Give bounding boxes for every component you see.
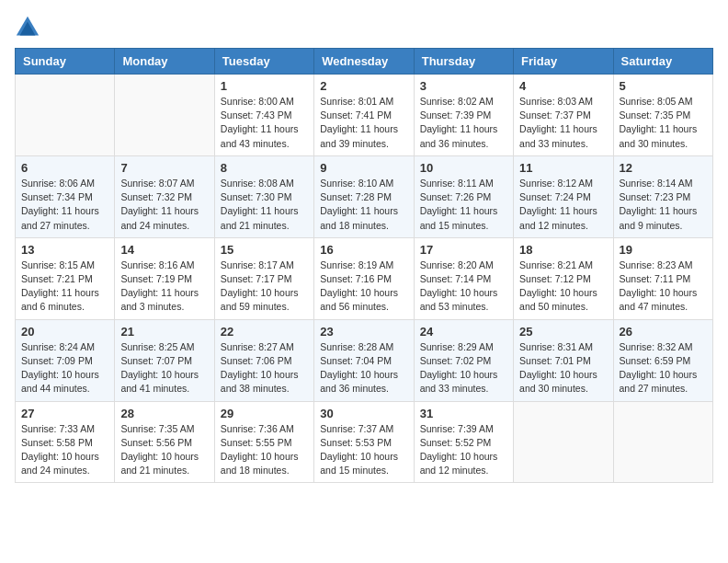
calendar-day-cell: 11Sunrise: 8:12 AMSunset: 7:24 PMDayligh… [514, 155, 613, 237]
calendar-day-cell: 14Sunrise: 8:16 AMSunset: 7:19 PMDayligh… [115, 237, 214, 319]
day-info: Sunrise: 8:07 AMSunset: 7:32 PMDaylight:… [120, 177, 208, 233]
day-info: Sunrise: 8:12 AMSunset: 7:24 PMDaylight:… [519, 177, 607, 233]
day-info: Sunrise: 8:00 AMSunset: 7:43 PMDaylight:… [221, 95, 308, 151]
calendar-day-cell: 28Sunrise: 7:35 AMSunset: 5:56 PMDayligh… [115, 401, 214, 483]
calendar-day-cell: 21Sunrise: 8:25 AMSunset: 7:07 PMDayligh… [115, 319, 214, 401]
calendar-day-cell: 2Sunrise: 8:01 AMSunset: 7:41 PMDaylight… [314, 75, 414, 156]
day-number: 29 [221, 407, 308, 420]
day-number: 2 [320, 79, 407, 93]
day-info: Sunrise: 8:21 AMSunset: 7:12 PMDaylight:… [519, 259, 607, 315]
day-number: 22 [221, 325, 308, 339]
calendar-day-cell [514, 401, 613, 483]
day-number: 8 [221, 161, 308, 175]
calendar-day-cell: 25Sunrise: 8:31 AMSunset: 7:01 PMDayligh… [514, 319, 613, 401]
calendar-day-cell: 24Sunrise: 8:29 AMSunset: 7:02 PMDayligh… [414, 319, 513, 401]
calendar-day-cell: 6Sunrise: 8:06 AMSunset: 7:34 PMDaylight… [16, 155, 115, 237]
day-number: 6 [21, 161, 108, 175]
day-number: 11 [519, 161, 607, 175]
day-number: 31 [420, 407, 507, 420]
day-info: Sunrise: 8:01 AMSunset: 7:41 PMDaylight:… [320, 95, 407, 151]
day-info: Sunrise: 8:29 AMSunset: 7:02 PMDaylight:… [420, 340, 507, 396]
day-info: Sunrise: 8:16 AMSunset: 7:19 PMDaylight:… [120, 259, 208, 315]
calendar-day-cell: 15Sunrise: 8:17 AMSunset: 7:17 PMDayligh… [214, 237, 313, 319]
day-number: 14 [120, 243, 208, 257]
weekday-header-cell: Tuesday [214, 49, 313, 75]
calendar-day-cell: 9Sunrise: 8:10 AMSunset: 7:28 PMDaylight… [314, 155, 414, 237]
calendar-week-row: 27Sunrise: 7:33 AMSunset: 5:58 PMDayligh… [16, 401, 713, 483]
calendar-day-cell: 22Sunrise: 8:27 AMSunset: 7:06 PMDayligh… [214, 319, 313, 401]
calendar-day-cell: 8Sunrise: 8:08 AMSunset: 7:30 PMDaylight… [214, 155, 313, 237]
day-info: Sunrise: 7:35 AMSunset: 5:56 PMDaylight:… [120, 422, 208, 478]
day-number: 17 [420, 243, 507, 257]
calendar-day-cell: 29Sunrise: 7:36 AMSunset: 5:55 PMDayligh… [214, 401, 313, 483]
day-info: Sunrise: 8:08 AMSunset: 7:30 PMDaylight:… [221, 177, 308, 233]
logo-icon [15, 15, 40, 40]
day-info: Sunrise: 7:33 AMSunset: 5:58 PMDaylight:… [21, 422, 108, 478]
calendar-body: 1Sunrise: 8:00 AMSunset: 7:43 PMDaylight… [16, 75, 713, 483]
calendar-day-cell [16, 75, 115, 156]
day-number: 30 [320, 407, 407, 420]
day-info: Sunrise: 8:31 AMSunset: 7:01 PMDaylight:… [519, 340, 607, 396]
day-number: 28 [120, 407, 208, 420]
day-info: Sunrise: 8:27 AMSunset: 7:06 PMDaylight:… [221, 340, 308, 396]
day-info: Sunrise: 8:19 AMSunset: 7:16 PMDaylight:… [320, 259, 407, 315]
calendar-day-cell: 20Sunrise: 8:24 AMSunset: 7:09 PMDayligh… [16, 319, 115, 401]
calendar-week-row: 1Sunrise: 8:00 AMSunset: 7:43 PMDaylight… [16, 75, 713, 156]
day-number: 19 [620, 243, 707, 257]
day-number: 23 [320, 325, 407, 339]
calendar-day-cell: 31Sunrise: 7:39 AMSunset: 5:52 PMDayligh… [414, 401, 513, 483]
calendar-day-cell: 3Sunrise: 8:02 AMSunset: 7:39 PMDaylight… [414, 75, 513, 156]
calendar-day-cell [613, 401, 712, 483]
day-info: Sunrise: 8:10 AMSunset: 7:28 PMDaylight:… [320, 177, 407, 233]
day-info: Sunrise: 8:06 AMSunset: 7:34 PMDaylight:… [21, 177, 108, 233]
day-info: Sunrise: 8:05 AMSunset: 7:35 PMDaylight:… [620, 95, 707, 151]
day-info: Sunrise: 8:28 AMSunset: 7:04 PMDaylight:… [320, 340, 407, 396]
calendar-week-row: 20Sunrise: 8:24 AMSunset: 7:09 PMDayligh… [16, 319, 713, 401]
day-info: Sunrise: 7:36 AMSunset: 5:55 PMDaylight:… [221, 422, 308, 478]
calendar-day-cell: 13Sunrise: 8:15 AMSunset: 7:21 PMDayligh… [16, 237, 115, 319]
weekday-header-cell: Sunday [16, 49, 115, 75]
day-number: 18 [519, 243, 607, 257]
weekday-header-cell: Monday [115, 49, 214, 75]
day-info: Sunrise: 7:39 AMSunset: 5:52 PMDaylight:… [420, 422, 507, 478]
day-info: Sunrise: 7:37 AMSunset: 5:53 PMDaylight:… [320, 422, 407, 478]
calendar-day-cell: 19Sunrise: 8:23 AMSunset: 7:11 PMDayligh… [613, 237, 712, 319]
day-number: 24 [420, 325, 507, 339]
day-number: 4 [519, 79, 607, 93]
calendar-week-row: 13Sunrise: 8:15 AMSunset: 7:21 PMDayligh… [16, 237, 713, 319]
day-number: 5 [620, 79, 707, 93]
day-number: 1 [221, 79, 308, 93]
day-info: Sunrise: 8:23 AMSunset: 7:11 PMDaylight:… [620, 259, 707, 315]
day-info: Sunrise: 8:32 AMSunset: 6:59 PMDaylight:… [620, 340, 707, 396]
calendar-day-cell [115, 75, 214, 156]
calendar-table: SundayMondayTuesdayWednesdayThursdayFrid… [15, 48, 713, 483]
calendar-day-cell: 1Sunrise: 8:00 AMSunset: 7:43 PMDaylight… [214, 75, 313, 156]
calendar-day-cell: 30Sunrise: 7:37 AMSunset: 5:53 PMDayligh… [314, 401, 414, 483]
day-number: 10 [420, 161, 507, 175]
weekday-header-cell: Wednesday [314, 49, 414, 75]
calendar-day-cell: 23Sunrise: 8:28 AMSunset: 7:04 PMDayligh… [314, 319, 414, 401]
day-info: Sunrise: 8:25 AMSunset: 7:07 PMDaylight:… [120, 340, 208, 396]
day-info: Sunrise: 8:20 AMSunset: 7:14 PMDaylight:… [420, 259, 507, 315]
calendar-day-cell: 26Sunrise: 8:32 AMSunset: 6:59 PMDayligh… [613, 319, 712, 401]
calendar-day-cell: 12Sunrise: 8:14 AMSunset: 7:23 PMDayligh… [613, 155, 712, 237]
day-number: 16 [320, 243, 407, 257]
calendar-day-cell: 10Sunrise: 8:11 AMSunset: 7:26 PMDayligh… [414, 155, 513, 237]
calendar-week-row: 6Sunrise: 8:06 AMSunset: 7:34 PMDaylight… [16, 155, 713, 237]
day-number: 3 [420, 79, 507, 93]
weekday-header-cell: Saturday [613, 49, 712, 75]
day-info: Sunrise: 8:03 AMSunset: 7:37 PMDaylight:… [519, 95, 607, 151]
day-number: 25 [519, 325, 607, 339]
logo [15, 15, 44, 40]
day-number: 15 [221, 243, 308, 257]
day-info: Sunrise: 8:02 AMSunset: 7:39 PMDaylight:… [420, 95, 507, 151]
weekday-header-row: SundayMondayTuesdayWednesdayThursdayFrid… [16, 49, 713, 75]
calendar-day-cell: 16Sunrise: 8:19 AMSunset: 7:16 PMDayligh… [314, 237, 414, 319]
day-info: Sunrise: 8:15 AMSunset: 7:21 PMDaylight:… [21, 259, 108, 315]
weekday-header-cell: Friday [514, 49, 613, 75]
calendar-day-cell: 5Sunrise: 8:05 AMSunset: 7:35 PMDaylight… [613, 75, 712, 156]
calendar-day-cell: 7Sunrise: 8:07 AMSunset: 7:32 PMDaylight… [115, 155, 214, 237]
day-number: 27 [21, 407, 108, 420]
day-number: 13 [21, 243, 108, 257]
day-number: 21 [120, 325, 208, 339]
